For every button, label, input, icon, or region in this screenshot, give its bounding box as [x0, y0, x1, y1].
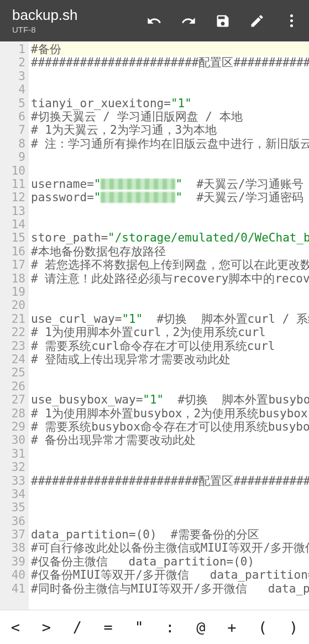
symbol-key[interactable]: ): [278, 612, 309, 642]
line-number: 5: [0, 97, 25, 110]
code-line[interactable]: #可自行修改此处以备份主微信或MIUI等双开/多开微信: [31, 541, 309, 554]
code-line[interactable]: [31, 447, 309, 460]
line-number: 8: [0, 137, 25, 150]
more-icon[interactable]: [284, 13, 299, 29]
code-line[interactable]: [31, 164, 309, 177]
line-number: 27: [0, 393, 25, 406]
line-number: 22: [0, 326, 25, 339]
code-line[interactable]: data_partition=(0) #需要备份的分区: [31, 528, 309, 541]
code-line[interactable]: #仅备份主微信 data_partition=(0): [31, 555, 309, 568]
encoding-label: UTF-8: [12, 25, 146, 34]
redo-icon[interactable]: [181, 13, 196, 29]
code-line[interactable]: [31, 299, 309, 312]
code-line[interactable]: store_path="/storage/emulated/0/WeChat_b…: [31, 231, 309, 244]
symbol-key[interactable]: >: [31, 612, 62, 642]
code-line[interactable]: username="" #天翼云/学习通账号: [31, 177, 309, 191]
edit-icon[interactable]: [249, 13, 265, 29]
line-number: 1: [0, 43, 25, 56]
symbol-key[interactable]: <: [0, 612, 31, 642]
redacted-value: [101, 179, 175, 190]
line-number: 14: [0, 218, 25, 231]
symbol-key[interactable]: :: [155, 612, 186, 642]
line-number: 11: [0, 177, 25, 191]
line-number: 35: [0, 501, 25, 514]
code-line[interactable]: # 1为使用脚本外置busybox，2为使用系统busybox: [31, 407, 309, 420]
line-number: 16: [0, 245, 25, 258]
line-number: 37: [0, 528, 25, 541]
editor[interactable]: 1234567891011121314151617181920212223242…: [0, 41, 309, 610]
line-number: 6: [0, 110, 25, 123]
redacted-value: [101, 192, 175, 203]
save-icon[interactable]: [215, 13, 231, 29]
line-number: 36: [0, 515, 25, 528]
symbol-bar: <>/=":@+(): [0, 610, 309, 644]
line-number-gutter: 1234567891011121314151617181920212223242…: [0, 41, 29, 610]
line-number: 23: [0, 339, 25, 353]
code-line[interactable]: #切换天翼云 / 学习通旧版网盘 / 本地: [31, 110, 309, 123]
code-line[interactable]: [31, 501, 309, 514]
line-number: 4: [0, 83, 25, 96]
code-line[interactable]: tianyi_or_xuexitong="1": [31, 97, 309, 110]
code-line[interactable]: password="" #天翼云/学习通密码: [31, 191, 309, 204]
code-line[interactable]: ########################配置区#############…: [31, 56, 309, 69]
code-line[interactable]: [31, 83, 309, 96]
code-line[interactable]: # 1为天翼云，2为学习通，3为本地: [31, 123, 309, 137]
code-line[interactable]: # 登陆或上传出现异常才需要改动此处: [31, 353, 309, 366]
code-line[interactable]: ########################配置区#############…: [31, 474, 309, 488]
line-number: 13: [0, 205, 25, 218]
code-line[interactable]: [31, 460, 309, 474]
undo-icon[interactable]: [146, 13, 162, 29]
line-number: 10: [0, 164, 25, 177]
line-number: 31: [0, 447, 25, 460]
code-line[interactable]: # 需要系统busybox命令存在才可以使用系统busybox: [31, 420, 309, 433]
line-number: 40: [0, 568, 25, 582]
symbol-key[interactable]: +: [216, 612, 247, 642]
line-number: 33: [0, 474, 25, 488]
code-line[interactable]: #同时备份主微信与MIUI等双开/多开微信 data_partit: [31, 582, 309, 595]
code-line[interactable]: [31, 70, 309, 83]
code-line[interactable]: # 若您选择不将数据包上传到网盘，您可以在此更改数: [31, 258, 309, 271]
code-line[interactable]: # 备份出现异常才需要改动此处: [31, 433, 309, 447]
code-line[interactable]: [31, 285, 309, 299]
line-number: 41: [0, 582, 25, 595]
file-title: backup.sh: [12, 7, 146, 24]
code-line[interactable]: [31, 488, 309, 501]
code-line[interactable]: # 请注意！此处路径必须与recovery脚本中的recovery: [31, 272, 309, 285]
line-number: 7: [0, 123, 25, 137]
line-number: 17: [0, 258, 25, 271]
line-number: 25: [0, 366, 25, 379]
toolbar-icons: [146, 13, 302, 29]
line-number: 19: [0, 285, 25, 299]
code-line[interactable]: #备份: [31, 43, 309, 56]
line-number: 24: [0, 353, 25, 366]
line-number: 12: [0, 191, 25, 204]
code-line[interactable]: # 需要系统curl命令存在才可以使用系统curl: [31, 339, 309, 353]
symbol-key[interactable]: /: [62, 612, 93, 642]
symbol-key[interactable]: =: [93, 612, 124, 642]
code-line[interactable]: #本地备份数据包存放路径: [31, 245, 309, 258]
code-line[interactable]: # 注：学习通所有操作均在旧版云盘中进行，新旧版云: [31, 137, 309, 150]
title-block: backup.sh UTF-8: [12, 7, 146, 34]
line-number: 18: [0, 272, 25, 285]
code-line[interactable]: [31, 150, 309, 164]
code-line[interactable]: #仅备份MIUI等双开/多开微信 data_partition=(999): [31, 568, 309, 582]
line-number: 3: [0, 70, 25, 83]
line-number: 20: [0, 299, 25, 312]
symbol-key[interactable]: @: [185, 612, 216, 642]
code-line[interactable]: # 1为使用脚本外置curl，2为使用系统curl: [31, 326, 309, 339]
line-number: 15: [0, 231, 25, 244]
line-number: 39: [0, 555, 25, 568]
code-line[interactable]: use_curl_way="1" #切换 脚本外置curl / 系统curl: [31, 312, 309, 326]
line-number: 28: [0, 407, 25, 420]
code-line[interactable]: [31, 218, 309, 231]
code-line[interactable]: use_busybox_way="1" #切换 脚本外置busybox / 系统: [31, 393, 309, 406]
code-line[interactable]: [31, 366, 309, 379]
code-line[interactable]: [31, 380, 309, 393]
code-area[interactable]: #备份########################配置区##########…: [29, 41, 309, 610]
symbol-key[interactable]: ": [124, 612, 155, 642]
line-number: 38: [0, 541, 25, 554]
code-line[interactable]: [31, 515, 309, 528]
line-number: 21: [0, 312, 25, 326]
symbol-key[interactable]: (: [247, 612, 278, 642]
code-line[interactable]: [31, 205, 309, 218]
